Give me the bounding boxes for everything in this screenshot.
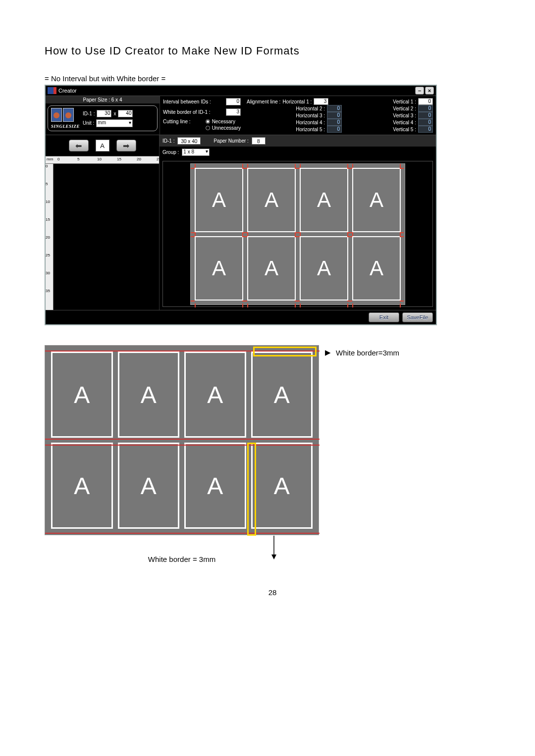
id-preview-thumbnail: A (96, 140, 109, 151)
v5-input[interactable]: 0 (418, 126, 433, 133)
ruler-tick: 15 (46, 217, 50, 222)
page-title: How to Use ID Creator to Make New ID For… (45, 45, 500, 57)
layout-preview[interactable]: A A A A A A A A (162, 161, 433, 307)
cell-letter: A (141, 472, 157, 500)
next-arrow-button[interactable]: ➡ (116, 140, 136, 151)
info-id1-size: 30 x 40 (177, 137, 201, 145)
group-select[interactable]: 1 x 8 (182, 149, 210, 156)
ruler-tick: 0 (57, 157, 59, 161)
layout-info-bar: ID-1 : 30 x 40 Paper Number : 8 (160, 135, 436, 147)
v1-input[interactable]: 0 (418, 98, 433, 105)
radio-necessary[interactable]: Necessary (206, 119, 241, 124)
exit-button[interactable]: Exit (369, 312, 399, 322)
id1-label: ID-1 : (83, 111, 95, 116)
layout-cell: A (352, 236, 401, 301)
cell-letter: A (265, 256, 278, 280)
cuttingline-label: Cutting line : (163, 119, 191, 124)
ruler-tick: 10 (46, 200, 50, 204)
ruler-tick: 25 (46, 253, 50, 257)
cell-letter: A (317, 188, 331, 212)
arrow-right-icon: ▶ (325, 348, 331, 357)
h3-label: Horizontal 3 : (296, 113, 325, 118)
paper-number-label: Paper Number : (214, 138, 249, 144)
ruler-tick: 0 (46, 164, 48, 168)
horizontal-ruler: mm 0 5 10 15 20 25 (46, 156, 159, 164)
ruler-tick: 20 (46, 235, 50, 240)
v4-label: Vertical 4 : (393, 120, 416, 125)
layout-cell: A (352, 168, 401, 232)
layout-cell: A (195, 236, 243, 301)
cell-letter: A (74, 472, 90, 500)
ruler-tick: 20 (137, 157, 141, 161)
cell-letter: A (207, 472, 223, 500)
example-subtitle: = No Interval but with White border = (45, 74, 500, 83)
annotation-right: ▶ White border=3mm (325, 348, 399, 357)
cell-letter: A (317, 256, 331, 280)
cell-letter: A (207, 381, 223, 408)
radio-unnecessary[interactable]: Unnecessary (206, 125, 241, 131)
radio-dot-icon (206, 126, 210, 130)
h5-label: Horizontal 5 : (296, 127, 325, 132)
ruler-tick: 15 (117, 157, 121, 161)
h1-label: Horizontal 1 : (282, 99, 312, 104)
ruler-unit-label: mm (47, 157, 53, 161)
h3-input[interactable]: 0 (327, 112, 342, 119)
diagram-cell: A (251, 352, 313, 438)
group-label: Group : (162, 150, 179, 155)
minimize-button[interactable]: – (415, 87, 424, 95)
singlesize-box: SINGLESIZE ID-1 : 30 x 40 Unit : mm (48, 105, 158, 131)
alignment-line-panel: Alignment line : Horizontal 1 : 3 Vertic… (244, 96, 436, 135)
ruler-tick: 35 (46, 289, 50, 293)
window-title: Creator (58, 88, 77, 94)
id-canvas[interactable] (54, 164, 159, 310)
whiteborder-id1-input[interactable]: 3 (226, 108, 241, 116)
cell-letter: A (370, 188, 383, 212)
info-id1-label: ID-1 : (162, 138, 174, 144)
diagram-cell: A (251, 443, 313, 529)
id1-width-input[interactable]: 30 (97, 110, 111, 117)
settings-panel: Paper Size : 6 x 4 SINGLESIZE ID-1 : 30 … (46, 96, 436, 135)
unit-select[interactable]: mm (96, 119, 133, 127)
cell-letter: A (74, 381, 90, 408)
v4-input[interactable]: 0 (418, 119, 433, 126)
app-logo-icon (48, 87, 56, 94)
id-creator-window: Creator – × Paper Size : 6 x 4 SINGLESIZ… (45, 85, 437, 325)
page-number: 28 (45, 588, 500, 597)
diagram-cell: A (184, 352, 246, 438)
ruler-tick: 5 (77, 157, 79, 161)
diagram-cell: A (118, 443, 180, 529)
titlebar: Creator – × (46, 86, 436, 96)
h2-input[interactable]: 0 (327, 105, 342, 112)
cell-letter: A (274, 472, 290, 500)
unit-label: Unit : (83, 120, 94, 126)
cell-letter: A (212, 188, 226, 212)
h4-label: Horizontal 4 : (296, 120, 325, 125)
layout-cell: A (195, 168, 243, 232)
ruler-tick: 5 (46, 182, 48, 186)
prev-arrow-button[interactable]: ⬅ (69, 140, 89, 151)
h1-input[interactable]: 3 (314, 98, 328, 105)
v1-label: Vertical 1 : (393, 99, 416, 104)
singlesize-label: SINGLESIZE (51, 124, 80, 129)
alignment-line-label: Alignment line : (247, 99, 280, 104)
layout-cell: A (300, 236, 348, 301)
v2-input[interactable]: 0 (418, 105, 433, 112)
radio-necessary-label: Necessary (212, 119, 235, 124)
cell-letter: A (370, 256, 383, 280)
h4-input[interactable]: 0 (327, 119, 342, 126)
diagram-cell: A (118, 352, 180, 438)
v3-input[interactable]: 0 (418, 112, 433, 119)
sample-thumb-pair-icon (51, 108, 80, 122)
interval-label: Interval between IDs : (163, 99, 211, 104)
h5-input[interactable]: 0 (327, 126, 342, 133)
interval-input[interactable]: 0 (226, 98, 241, 105)
id1-height-input[interactable]: 40 (118, 110, 133, 117)
ruler-tick: 25 (157, 157, 161, 161)
paper-size-label: Paper Size : 6 x 4 (46, 96, 160, 103)
h2-label: Horizontal 2 : (296, 106, 325, 111)
radio-dot-icon (206, 119, 210, 124)
vertical-ruler: 0 5 10 15 20 25 30 35 (46, 164, 54, 310)
close-button[interactable]: × (425, 87, 434, 95)
savefile-button[interactable]: SaveFile (402, 312, 433, 322)
diagram-cell: A (51, 352, 113, 438)
